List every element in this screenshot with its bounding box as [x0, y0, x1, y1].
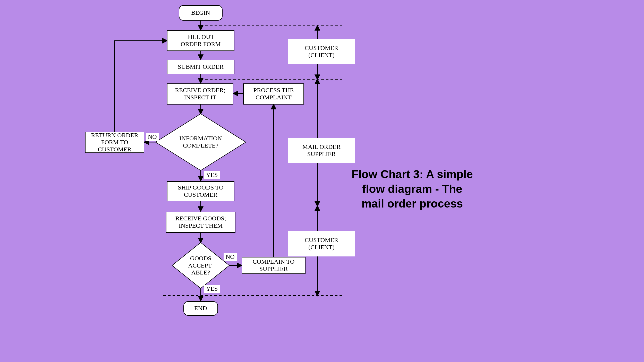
node-end-text: END — [194, 305, 207, 312]
diagram-title: Flow Chart 3: A simple flow diagram - Th… — [350, 167, 474, 211]
node-begin: BEGIN — [179, 5, 223, 21]
node-process-complaint: PROCESS THE COMPLAINT — [243, 83, 304, 105]
lane-supplier-text: MAIL ORDER SUPPLIER — [302, 143, 341, 158]
lane-supplier: MAIL ORDER SUPPLIER — [288, 138, 355, 163]
node-process-complaint-text: PROCESS THE COMPLAINT — [253, 87, 294, 101]
label-yes-1: YES — [204, 171, 220, 179]
lane-customer-top: CUSTOMER (CLIENT) — [288, 39, 355, 64]
node-complain: COMPLAIN TO SUPPLIER — [242, 257, 306, 274]
node-receive-goods: RECEIVE GOODS; INSPECT THEM — [166, 212, 235, 233]
node-end: END — [183, 301, 218, 316]
node-info-complete: INFORMATION COMPLETE? — [156, 114, 246, 170]
node-receive-order: RECEIVE ORDER; INSPECT IT — [167, 83, 233, 105]
node-receive-order-text: RECEIVE ORDER; INSPECT IT — [175, 87, 225, 101]
node-info-complete-text: INFORMATION COMPLETE? — [156, 135, 246, 149]
node-receive-goods-text: RECEIVE GOODS; INSPECT THEM — [175, 215, 226, 229]
label-yes-2: YES — [204, 285, 220, 293]
node-ship-goods: SHIP GOODS TO CUSTOMER — [167, 181, 234, 201]
lane-customer-bottom: CUSTOMER (CLIENT) — [288, 231, 355, 256]
node-ship-goods-text: SHIP GOODS TO CUSTOMER — [178, 184, 224, 198]
node-submit: SUBMIT ORDER — [167, 60, 234, 74]
label-no-1: NO — [146, 133, 159, 141]
node-fill-out-text: FILL OUT ORDER FORM — [181, 33, 221, 48]
node-begin-text: BEGIN — [191, 9, 210, 16]
node-complain-text: COMPLAIN TO SUPPLIER — [253, 258, 294, 272]
node-goods-acceptable: GOODS ACCEPT- ABLE? — [172, 243, 229, 288]
node-return-form: RETURN ORDER FORM TO CUSTOMER — [85, 132, 144, 153]
flowchart-stage: BEGIN FILL OUT ORDER FORM SUBMIT ORDER R… — [0, 0, 644, 362]
lane-customer-top-text: CUSTOMER (CLIENT) — [305, 45, 338, 59]
lane-customer-bottom-text: CUSTOMER (CLIENT) — [305, 237, 338, 251]
node-goods-acceptable-text: GOODS ACCEPT- ABLE? — [172, 255, 229, 276]
node-submit-text: SUBMIT ORDER — [178, 63, 224, 71]
label-no-2: NO — [224, 253, 237, 261]
node-fill-out: FILL OUT ORDER FORM — [167, 30, 234, 51]
node-return-form-text: RETURN ORDER FORM TO CUSTOMER — [91, 132, 138, 153]
